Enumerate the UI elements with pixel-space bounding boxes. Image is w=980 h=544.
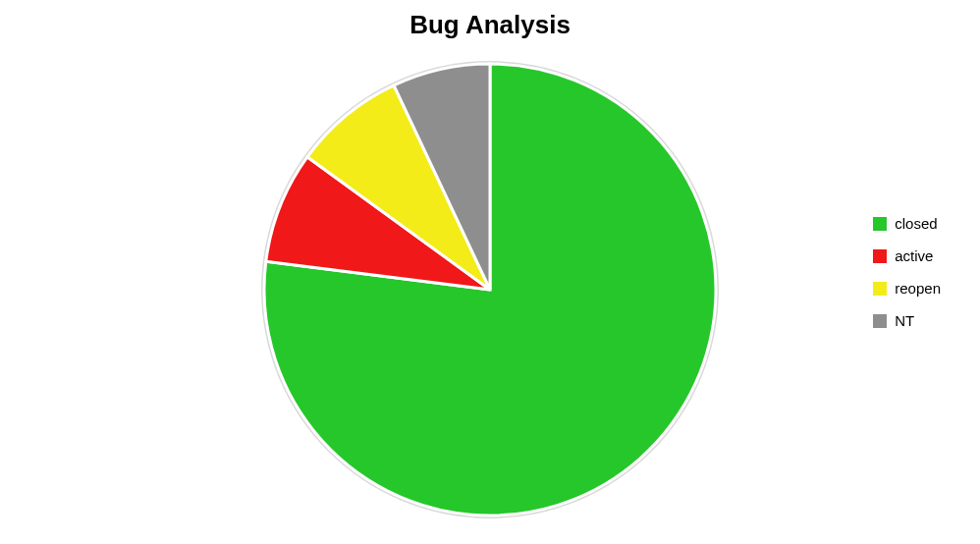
legend-swatch-closed — [873, 217, 887, 231]
legend-label: active — [895, 247, 933, 264]
legend-swatch-active — [873, 249, 887, 263]
bug-analysis-chart: Bug Analysis closedactivereopenNT — [0, 0, 980, 544]
legend-item-reopen: reopen — [873, 280, 941, 297]
legend-label: NT — [895, 312, 914, 329]
legend-item-closed: closed — [873, 215, 941, 232]
legend-label: reopen — [895, 280, 941, 297]
legend-swatch-NT — [873, 314, 887, 328]
legend-swatch-reopen — [873, 282, 887, 296]
chart-title: Bug Analysis — [409, 10, 571, 40]
legend-label: closed — [895, 215, 937, 232]
pie-chart — [254, 54, 726, 525]
legend-item-active: active — [873, 247, 941, 264]
legend-item-NT: NT — [873, 312, 941, 329]
legend: closedactivereopenNT — [873, 215, 941, 329]
